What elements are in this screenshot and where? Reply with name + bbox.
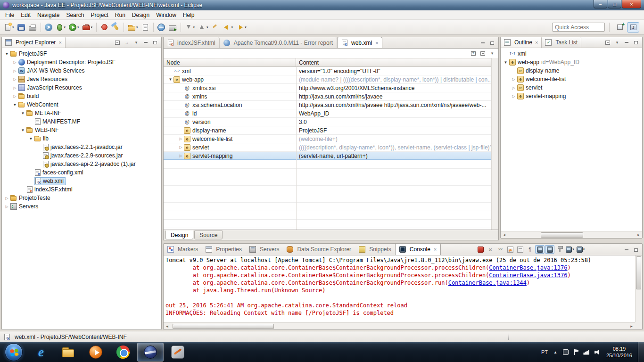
explorer-item-web-inf[interactable]: ▼WEB-INF: [2, 126, 161, 134]
view-tab-console[interactable]: Console×: [395, 243, 441, 255]
stack-trace-link[interactable]: ContainerBase.java:1344: [448, 280, 527, 286]
menu-design[interactable]: Design: [129, 11, 153, 19]
design-row-web-app[interactable]: ▼web-app(module-name? | ((((description*…: [164, 75, 491, 84]
collapse-nodes-icon[interactable]: [479, 49, 487, 57]
outline-item-servlet-mapping[interactable]: ▷servlet-mapping: [501, 92, 642, 100]
design-row-display-name[interactable]: display-nameProjetoJSF: [164, 126, 491, 135]
toolbar-stop-icon[interactable]: [99, 22, 110, 33]
toolbar-run-icon[interactable]: ▾: [67, 22, 81, 33]
editor-tab-indexjsf-xhtml[interactable]: indexJSF.xhtml: [164, 37, 220, 48]
design-row-xml[interactable]: xmlversion="1.0" encoding="UTF-8": [164, 67, 491, 75]
toolbar-open-resource-icon[interactable]: [140, 22, 151, 33]
explorer-item-javascript-resources[interactable]: ▷JavaScript Resources: [2, 83, 161, 92]
console-remove-all-terminated-icon[interactable]: [495, 245, 505, 254]
outline-item-xml[interactable]: xml: [501, 49, 642, 58]
close-outline-icon[interactable]: ×: [535, 40, 538, 45]
explorer-item-javax-faces-api-2-2-javadoc-1-jar[interactable]: javax.faces-api-2.2-javadoc (1).jar: [2, 160, 161, 168]
console-display-selected-console-icon[interactable]: ▾: [565, 245, 575, 254]
console-show-stderr-icon[interactable]: [545, 245, 554, 254]
outline-item-servlet[interactable]: ▷servlet: [501, 83, 642, 92]
design-row-servlet-mapping[interactable]: ▷servlet-mapping(servlet-name, url-patte…: [164, 152, 491, 160]
network-icon[interactable]: [583, 348, 590, 356]
explorer-item-lib[interactable]: ▼lib: [2, 134, 161, 143]
design-row-version[interactable]: version3.0: [164, 118, 491, 126]
toolbar-new-icon[interactable]: ▾: [3, 22, 16, 33]
console-vscrollbar[interactable]: [635, 255, 642, 322]
design-row-xsi-schemalocation[interactable]: xsi:schemaLocationhttp://java.sun.com/xm…: [164, 101, 491, 109]
view-tab-snippets[interactable]: Snippets: [355, 244, 395, 255]
maximize-console-icon[interactable]: [632, 246, 640, 254]
project-explorer-tab[interactable]: Project Explorer ×: [2, 37, 66, 48]
toolbar-forward-icon[interactable]: ▾: [235, 22, 248, 33]
menu-project[interactable]: Project: [87, 11, 111, 19]
node-collapsed-arrow-icon[interactable]: ▷: [178, 137, 184, 141]
maximize-editor-icon[interactable]: [488, 39, 496, 47]
explorer-expanded-arrow-icon[interactable]: ▼: [20, 111, 26, 115]
taskbar-chrome[interactable]: [110, 343, 136, 362]
view-tab-servers[interactable]: Servers: [246, 244, 283, 255]
design-row-xmlns-xsi[interactable]: xmlns:xsihttp://www.w3.org/2001/XMLSchem…: [164, 84, 491, 92]
view-tab-markers[interactable]: Markers: [164, 244, 202, 255]
console-show-stdout-icon[interactable]: [535, 245, 545, 254]
editor-vscrollbar[interactable]: [491, 58, 498, 230]
explorer-item-meta-inf[interactable]: ▼META-INF: [2, 109, 161, 117]
tray-app-icon[interactable]: [562, 348, 570, 356]
scroll-left-icon[interactable]: ◂: [164, 324, 171, 329]
title-bar[interactable]: workspace - Java EE - ProjetoJSF/WebCont…: [0, 0, 644, 10]
console-pin-console-icon[interactable]: [555, 245, 564, 254]
menu-window[interactable]: Window: [153, 11, 180, 19]
toolbar-next-annotation-icon[interactable]: ▾: [183, 22, 197, 33]
toolbar-back-icon[interactable]: ▾: [222, 22, 235, 33]
explorer-item-projetoteste[interactable]: ▷ProjetoTeste: [2, 194, 161, 202]
toolbar-skip-breakpoints-icon[interactable]: [43, 22, 54, 33]
explorer-expanded-arrow-icon[interactable]: ▼: [4, 52, 10, 56]
taskbar-windows-explorer[interactable]: [55, 343, 82, 362]
explorer-collapsed-arrow-icon[interactable]: ▷: [12, 60, 18, 65]
close-button[interactable]: ×: [622, 0, 641, 8]
add-item-icon[interactable]: [469, 49, 478, 57]
explorer-item-build[interactable]: ▷build: [2, 92, 161, 100]
minimize-view-icon[interactable]: [141, 39, 150, 46]
outline-item-web-app[interactable]: ▼web-appid=WebApp_ID: [501, 58, 642, 66]
scroll-thumb[interactable]: [636, 256, 641, 289]
scroll-right-icon[interactable]: ▸: [635, 232, 642, 237]
view-design-tab[interactable]: Design: [165, 230, 193, 239]
explorer-item-webcontent[interactable]: ▼WebContent: [2, 100, 161, 109]
toolbar-web-browser-icon[interactable]: [156, 22, 167, 33]
language-indicator[interactable]: PT: [541, 349, 548, 355]
taskbar-eclipse[interactable]: [137, 343, 164, 362]
view-menu-icon[interactable]: ▾: [132, 39, 140, 46]
design-row-welcome-file-list[interactable]: ▷welcome-file-list(welcome-file+): [164, 135, 491, 143]
menu-navigate[interactable]: Navigate: [34, 11, 63, 19]
action-center-icon[interactable]: [572, 348, 580, 356]
explorer-expanded-arrow-icon[interactable]: ▼: [12, 103, 18, 107]
tab-close-icon[interactable]: ×: [434, 247, 437, 252]
taskbar-internet-explorer[interactable]: [28, 343, 54, 362]
view-source-tab[interactable]: Source: [194, 230, 223, 239]
stack-trace-link[interactable]: ContainerBase.java:1376: [489, 272, 567, 279]
explorer-item-manifest-mf[interactable]: MANIFEST.MF: [2, 117, 161, 126]
maximize-view-icon[interactable]: [151, 39, 159, 46]
editor-menu-icon[interactable]: ▾: [488, 49, 496, 57]
console-hscrollbar[interactable]: ◂ ▸: [164, 322, 635, 329]
task-list-tab[interactable]: Task List: [542, 37, 581, 48]
hidden-icons-icon[interactable]: [552, 348, 559, 356]
console-terminate-icon[interactable]: [476, 245, 485, 254]
node-column-header[interactable]: Node: [164, 58, 296, 66]
explorer-collapsed-arrow-icon[interactable]: ▷: [12, 86, 18, 90]
start-button[interactable]: [5, 343, 23, 361]
design-row-servlet[interactable]: ▷servlet((((description*, display-name*,…: [164, 143, 491, 152]
node-expanded-arrow-icon[interactable]: ▼: [167, 77, 173, 82]
node-collapsed-arrow-icon[interactable]: ▷: [178, 145, 184, 149]
perspective-open-perspective-icon[interactable]: [614, 22, 626, 33]
toolbar-prev-annotation-icon[interactable]: ▾: [197, 22, 210, 33]
view-tab-data-source-explorer[interactable]: Data Source Explorer: [283, 244, 355, 255]
outline-collapsed-arrow-icon[interactable]: ▷: [511, 77, 517, 82]
console-remove-launch-icon[interactable]: [486, 245, 495, 254]
editor-tab-apache-tomcat-9-0-0-m11-error-report[interactable]: Apache Tomcat/9.0.0.M11 - Error report: [220, 37, 337, 48]
menu-run[interactable]: Run: [112, 11, 129, 19]
explorer-collapsed-arrow-icon[interactable]: ▷: [12, 94, 18, 99]
explorer-collapsed-arrow-icon[interactable]: ▷: [4, 196, 10, 200]
maximize-button[interactable]: □: [608, 0, 621, 8]
outline-hscrollbar[interactable]: ◂ ▸: [501, 231, 642, 238]
